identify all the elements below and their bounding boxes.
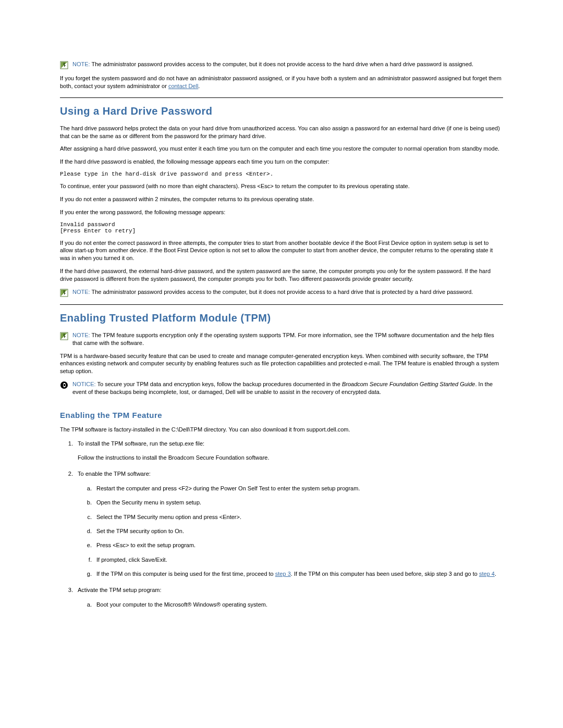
heading-hard-drive-password: Using a Hard Drive Password bbox=[60, 105, 503, 117]
list-item-text: To enable the TPM software: bbox=[78, 471, 151, 477]
notice-label: NOTICE: bbox=[72, 381, 96, 387]
paragraph-forget-password: If you forget the system password and do… bbox=[60, 75, 503, 90]
paragraph: If the hard drive password is enabled, t… bbox=[60, 158, 503, 166]
list-item: Boot your computer to the Microsoft® Win… bbox=[93, 601, 503, 609]
heading-enabling-tpm: Enabling Trusted Platform Module (TPM) bbox=[60, 312, 503, 324]
notice-tpm-backup: NOTICE: To secure your TPM data and encr… bbox=[60, 380, 503, 396]
list-item-text: To install the TPM software, run the set… bbox=[78, 440, 204, 447]
note-text: The administrator password provides acce… bbox=[90, 289, 473, 295]
list-item: To install the TPM software, run the set… bbox=[75, 440, 503, 462]
list-item-followup: Follow the instructions to install the B… bbox=[78, 454, 503, 462]
text: If you forget the system password and do… bbox=[60, 75, 501, 89]
note-label: NOTE: bbox=[72, 289, 90, 295]
ordered-sublist: Boot your computer to the Microsoft® Win… bbox=[93, 601, 503, 609]
paragraph: To continue, enter your password (with n… bbox=[60, 182, 503, 190]
list-item: If the TPM on this computer is being use… bbox=[93, 570, 503, 578]
notice-icon bbox=[60, 380, 72, 389]
note-admin-password-hdd-2: NOTE: The administrator password provide… bbox=[60, 288, 503, 297]
paragraph: The hard drive password helps protect th… bbox=[60, 125, 503, 140]
link-step-4[interactable]: step 4 bbox=[479, 571, 495, 577]
text: If the TPM on this computer is being use… bbox=[96, 571, 275, 577]
section-rule bbox=[60, 97, 503, 98]
notice-text-em: Broadcom Secure Foundation Getting Start… bbox=[342, 381, 475, 387]
section-rule bbox=[60, 304, 503, 305]
code-prompt: Please type in the hard-disk drive passw… bbox=[60, 171, 503, 177]
list-item: Restart the computer and press <F2> duri… bbox=[93, 485, 503, 492]
paragraph: The TPM software is factory-installed in… bbox=[60, 426, 503, 434]
note-label: NOTE: bbox=[72, 61, 90, 67]
list-item-text: Activate the TPM setup program: bbox=[78, 587, 162, 593]
notice-text-pre: To secure your TPM data and encryption k… bbox=[96, 381, 342, 387]
paragraph: After assigning a hard drive password, y… bbox=[60, 145, 503, 153]
list-item: Activate the TPM setup program: Boot you… bbox=[75, 586, 503, 609]
ordered-list-tpm-steps: To install the TPM software, run the set… bbox=[75, 440, 503, 609]
paragraph: If you enter the wrong password, the fol… bbox=[60, 208, 503, 216]
code-invalid: Invalid password [Press Enter to retry] bbox=[60, 221, 503, 234]
note-label: NOTE: bbox=[72, 332, 90, 338]
list-item: To enable the TPM software: Restart the … bbox=[75, 470, 503, 578]
text: . bbox=[198, 83, 200, 89]
paragraph: If the hard drive password, the external… bbox=[60, 267, 503, 283]
ordered-sublist: Restart the computer and press <F2> duri… bbox=[93, 485, 503, 578]
list-item: Set the TPM security option to On. bbox=[93, 527, 503, 535]
list-item: Open the Security menu in system setup. bbox=[93, 499, 503, 507]
list-item: Press <Esc> to exit the setup program. bbox=[93, 541, 503, 549]
note-icon bbox=[60, 288, 72, 297]
heading-enabling-tpm-feature: Enabling the TPM Feature bbox=[60, 411, 503, 419]
note-tpm-encryption: NOTE: The TPM feature supports encryptio… bbox=[60, 331, 503, 347]
link-contact-dell[interactable]: contact Dell bbox=[168, 83, 198, 89]
note-admin-password-hdd: NOTE: The administrator password provide… bbox=[60, 60, 503, 69]
paragraph: If you do not enter a password within 2 … bbox=[60, 195, 503, 203]
paragraph: If you do not enter the correct password… bbox=[60, 239, 503, 263]
text: . bbox=[495, 571, 496, 577]
text: . If the TPM on this computer has been u… bbox=[291, 571, 479, 577]
list-item: If prompted, click Save/Exit. bbox=[93, 556, 503, 564]
note-text: The administrator password provides acce… bbox=[90, 61, 473, 67]
link-step-3[interactable]: step 3 bbox=[275, 571, 291, 577]
note-text: The TPM feature supports encryption only… bbox=[72, 332, 494, 346]
list-item: Select the TPM Security menu option and … bbox=[93, 513, 503, 521]
paragraph: TPM is a hardware-based security feature… bbox=[60, 352, 503, 376]
note-icon bbox=[60, 60, 72, 69]
note-icon bbox=[60, 331, 72, 340]
page-content: NOTE: The administrator password provide… bbox=[0, 0, 563, 648]
